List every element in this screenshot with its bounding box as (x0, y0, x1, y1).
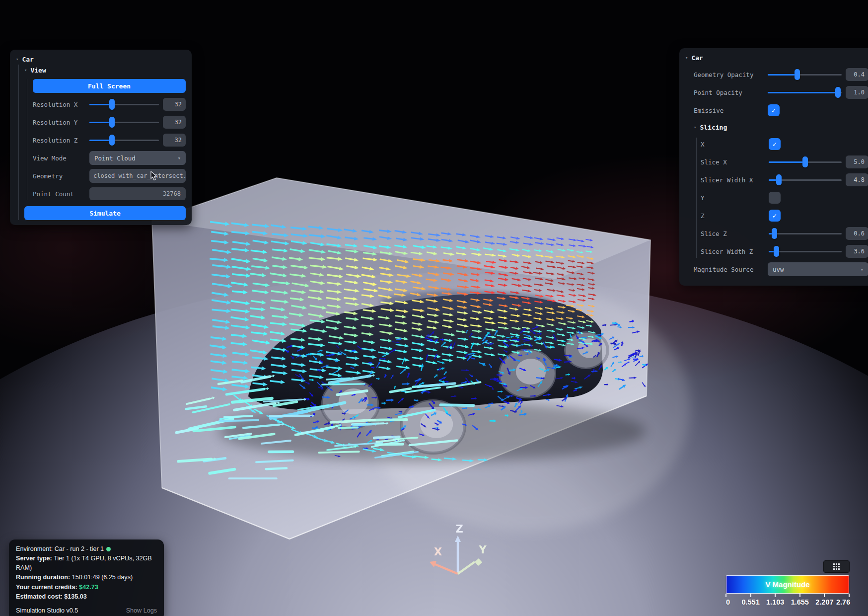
colorbar-tick (725, 594, 726, 597)
slice-x-slider[interactable] (769, 155, 842, 168)
colorbar-tick-label: 0 (726, 598, 730, 606)
grid-view-button[interactable] (823, 560, 850, 573)
geometry-field[interactable]: closed_with_car_intersect.fbx (89, 169, 186, 183)
y-row: Y (701, 191, 868, 204)
colorbar-legend: V Magnitude 00.5511.1031.6552.2072.76 (726, 575, 849, 607)
chevron-down-icon: ▾ (177, 155, 181, 161)
slice-z-value[interactable]: 0.6 (846, 227, 868, 240)
y-checkbox[interactable] (769, 192, 781, 204)
colorbar-tick-label: 2.207 (815, 598, 833, 606)
slice-z-slider[interactable] (769, 227, 842, 240)
view-settings-panel: ▾ Car ▾ View Full Screen Resolution X 32… (10, 50, 192, 225)
resolution-y-value[interactable]: 32 (163, 116, 186, 129)
slicer-width-x-value[interactable]: 4.8 (846, 173, 868, 186)
grid-icon (833, 563, 840, 570)
slicing-section-body: X✓Slice X5.0Slicer Width X4.8YZ✓Slice Z0… (696, 138, 868, 258)
point-opacity-value[interactable]: 1.0 (846, 86, 868, 99)
x-label: X (701, 141, 765, 148)
slicer-width-z-label: Slicer Width Z (701, 248, 765, 255)
axis-y-label: Y (478, 544, 487, 556)
slicing-section-header[interactable]: ▾Slicing (694, 122, 868, 133)
status-duration-line: Running duration: 150:01:49 (6.25 days) (16, 573, 157, 582)
app-window: Z X Y ▾ Car ▾ View Full Screen Resolutio… (0, 0, 868, 616)
geometry-opacity-row: Geometry Opacity0.4 (694, 68, 868, 81)
status-environment-line: Environment: Car - run 2 - tier 1 (16, 544, 157, 554)
view-mode-dropdown[interactable]: Point Cloud ▾ (89, 151, 186, 165)
magnitude-source-value: uvw (773, 266, 784, 273)
resolution-x-slider[interactable] (89, 98, 159, 111)
slice-z-label: Slice Z (701, 230, 765, 237)
slice-x-row: Slice X5.0 (701, 155, 868, 168)
x-checkbox[interactable]: ✓ (769, 138, 781, 150)
resolution-z-value[interactable]: 32 (163, 134, 186, 147)
simulate-button[interactable]: Simulate (24, 206, 186, 220)
show-logs-link[interactable]: Show Logs (126, 606, 157, 616)
slice-x-value[interactable]: 5.0 (846, 155, 868, 168)
magnitude-source-dropdown[interactable]: uvw▾ (768, 262, 868, 276)
resolution-x-row: Resolution X 32 (33, 98, 186, 111)
colorbar-title: V Magnitude (726, 576, 849, 593)
resolution-y-label: Resolution Y (33, 119, 85, 126)
emissive-label: Emissive (694, 107, 764, 114)
collapse-triangle-icon: ▾ (685, 56, 688, 60)
point-opacity-slider[interactable] (768, 86, 842, 99)
status-online-dot (106, 547, 111, 551)
view-mode-row: View Mode Point Cloud ▾ (33, 152, 186, 164)
point-opacity-row: Point Opacity1.0 (694, 86, 868, 99)
view-section-title: View (30, 67, 46, 74)
display-settings-panel: ▾ Car Geometry Opacity0.4Point Opacity1.… (679, 48, 868, 286)
resolution-z-slider[interactable] (89, 134, 159, 147)
environment-status-box: Environment: Car - run 2 - tier 1 Server… (9, 539, 164, 616)
slice-x-label: Slice X (701, 158, 765, 166)
resolution-y-row: Resolution Y 32 (33, 116, 186, 129)
geometry-opacity-slider[interactable] (768, 68, 842, 81)
view-mode-value: Point Cloud (94, 154, 136, 162)
left-panel-header[interactable]: ▾ Car (16, 54, 186, 65)
slicer-width-z-value[interactable]: 3.6 (846, 245, 868, 258)
collapse-triangle-icon: ▾ (24, 68, 27, 73)
axis-z-label: Z (455, 523, 463, 535)
status-cost-line: Estimated cost: $135.03 (16, 592, 157, 602)
right-panel-title: Car (691, 54, 703, 62)
point-count-field[interactable]: 32768 (89, 187, 186, 200)
colorbar-tick-labels: 00.5511.1031.6552.2072.76 (726, 598, 849, 607)
colorbar-tick-label: 2.76 (836, 598, 850, 606)
colorbar-gradient: V Magnitude (726, 575, 849, 594)
left-panel-title: Car (22, 56, 33, 63)
resolution-y-slider[interactable] (89, 116, 159, 129)
geometry-opacity-label: Geometry Opacity (694, 71, 764, 78)
view-section-header[interactable]: ▾ View (24, 65, 186, 76)
resolution-z-row: Resolution Z 32 (33, 134, 186, 147)
point-count-row: Point Count 32768 (33, 187, 186, 200)
colorbar-tick (775, 594, 776, 597)
axis-x-label: X (434, 546, 442, 558)
magnitude-source-label: Magnitude Source (694, 266, 764, 273)
slicer-width-z-row: Slicer Width Z3.6 (701, 245, 868, 258)
point-opacity-label: Point Opacity (694, 89, 764, 96)
colorbar-ticks (726, 594, 849, 598)
colorbar-tick (824, 594, 825, 597)
colorbar-tick-label: 0.551 (741, 598, 759, 606)
emissive-checkbox[interactable]: ✓ (768, 104, 780, 116)
point-count-label: Point Count (33, 190, 85, 198)
slicer-width-x-row: Slicer Width X4.8 (701, 173, 868, 186)
slicing-section-title: Slicing (700, 124, 727, 131)
colorbar-tick (799, 594, 800, 597)
geometry-row: Geometry closed_with_car_intersect.fbx (33, 169, 186, 182)
geometry-opacity-value[interactable]: 0.4 (846, 68, 868, 81)
resolution-x-label: Resolution X (33, 101, 85, 108)
x-row: X✓ (701, 138, 868, 151)
slicer-width-x-slider[interactable] (769, 173, 842, 186)
right-panel-header[interactable]: ▾ Car (685, 52, 868, 63)
colorbar-tick (849, 594, 850, 597)
geometry-label: Geometry (33, 172, 85, 180)
collapse-triangle-icon: ▾ (16, 57, 18, 62)
z-label: Z (701, 212, 765, 220)
magnitude-source-row: Magnitude Sourceuvw▾ (694, 263, 868, 276)
z-checkbox[interactable]: ✓ (769, 210, 781, 222)
slicer-width-z-slider[interactable] (769, 245, 842, 258)
colorbar-tick (750, 594, 751, 597)
resolution-x-value[interactable]: 32 (163, 98, 186, 111)
full-screen-button[interactable]: Full Screen (33, 79, 186, 93)
z-row: Z✓ (701, 209, 868, 222)
